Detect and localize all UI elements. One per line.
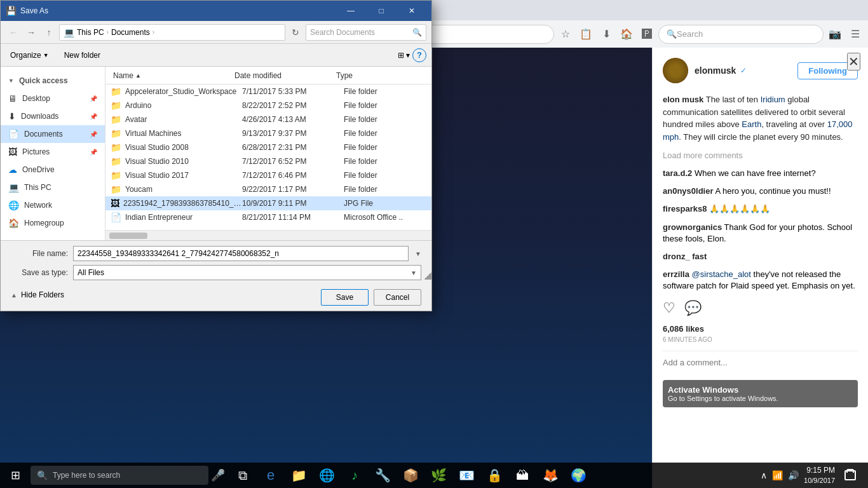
- taskbar-search-placeholder: Type here to search: [53, 471, 120, 480]
- instagram-icon[interactable]: 📷: [827, 27, 843, 42]
- sidebar-item-pictures[interactable]: 🖼 Pictures 📌: [1, 143, 105, 161]
- pocket-icon[interactable]: 🅿: [639, 27, 654, 42]
- taskbar-icon-9[interactable]: 📧: [454, 463, 479, 488]
- sidebar-item-documents[interactable]: 📄 Documents 📌: [1, 125, 105, 143]
- dialog-maximize-button[interactable]: □: [367, 1, 396, 21]
- filename-label: File name:: [11, 249, 68, 258]
- file-icon: 📁: [111, 86, 121, 97]
- search-icon: 🔍: [667, 29, 677, 39]
- browser-search-bar[interactable]: 🔍 Search: [658, 25, 824, 44]
- tray-up-arrow[interactable]: ∧: [761, 470, 767, 480]
- ig-comment-4: grownorganics Thank God for your photos.…: [663, 222, 858, 245]
- taskbar-icon-10[interactable]: 🔒: [482, 463, 507, 488]
- taskbar: ⊞ 🔍 Type here to search 🎤 ⧉ e 📁 🌐 ♪ 🔧 📦 …: [0, 463, 868, 488]
- sidebar-item-desktop[interactable]: 🖥 Desktop 📌: [1, 90, 105, 107]
- ig-load-more[interactable]: Load more comments: [663, 151, 858, 160]
- downloads-icon: ⬇: [8, 111, 16, 121]
- file-row[interactable]: 📁 Virtual Machines 9/13/2017 9:37 PM Fil…: [105, 126, 431, 140]
- help-button[interactable]: ?: [412, 48, 426, 62]
- dialog-minimize-button[interactable]: —: [336, 1, 365, 21]
- taskbar-clock[interactable]: 9:15 PM 10/9/2017: [804, 465, 835, 485]
- taskbar-edge-icon[interactable]: e: [258, 463, 283, 488]
- tray-volume-icon[interactable]: 🔊: [788, 470, 799, 480]
- taskbar-spotify-icon[interactable]: ♪: [342, 463, 367, 488]
- scroll-thumb[interactable]: [109, 233, 147, 239]
- sidebar-item-this-pc[interactable]: 💻 This PC: [1, 179, 105, 196]
- col-header-type[interactable]: Type: [334, 71, 416, 80]
- file-type: JPG File: [344, 199, 426, 208]
- taskbar-task-view[interactable]: ⧉: [230, 463, 255, 488]
- menu-icon[interactable]: ☰: [848, 27, 863, 42]
- taskbar-icon-11[interactable]: 🏔: [510, 463, 535, 488]
- file-list-scroll[interactable]: 📁 Appcelerator_Studio_Workspace 7/11/201…: [105, 85, 431, 230]
- new-folder-button[interactable]: New folder: [58, 47, 106, 64]
- saveas-dropdown[interactable]: All Files ▼: [73, 265, 421, 280]
- taskbar-icon-7[interactable]: 📦: [398, 463, 423, 488]
- sidebar-item-onedrive[interactable]: ☁ OneDrive: [1, 161, 105, 179]
- file-row[interactable]: 📁 Avatar 4/26/2017 4:13 AM File folder: [105, 112, 431, 126]
- filename-dropdown-arrow: ▼: [415, 250, 421, 257]
- dialog-close-button[interactable]: ✕: [397, 1, 426, 21]
- this-pc-icon: 💻: [8, 182, 19, 193]
- file-row[interactable]: 📄 Indian Entrepreneur 8/21/2017 11:14 PM…: [105, 210, 431, 224]
- file-row[interactable]: 🖼 22351942_1798393863785410_2191593310..…: [105, 196, 431, 210]
- taskbar-cortana-icon[interactable]: 🎤: [211, 468, 225, 482]
- download-icon[interactable]: ⬇: [599, 27, 614, 42]
- col-header-date[interactable]: Date modified: [232, 71, 334, 80]
- ig-user-header: elonmusk ✓ Following: [663, 58, 858, 83]
- tray-network-icon[interactable]: 📶: [772, 470, 783, 480]
- filename-input[interactable]: [73, 246, 409, 261]
- file-icon: 📁: [111, 170, 121, 180]
- sidebar-item-network[interactable]: 🌐 Network: [1, 196, 105, 214]
- bookmark-star-icon[interactable]: ☆: [558, 27, 573, 42]
- taskbar-icon-8[interactable]: 🌿: [426, 463, 451, 488]
- save-button[interactable]: Save: [321, 289, 369, 306]
- taskbar-icon-13[interactable]: 🌍: [566, 463, 591, 488]
- comment-icon[interactable]: 💬: [684, 300, 702, 316]
- sidebar-downloads-label: Downloads: [21, 112, 58, 121]
- reading-list-icon[interactable]: 📋: [578, 27, 593, 42]
- taskbar-search[interactable]: 🔍 Type here to search: [31, 466, 208, 485]
- start-button[interactable]: ⊞: [0, 463, 31, 488]
- cancel-button[interactable]: Cancel: [374, 289, 421, 306]
- taskbar-icon-6[interactable]: 🔧: [370, 463, 395, 488]
- resize-handle[interactable]: [424, 272, 431, 280]
- ig-link[interactable]: Iridium: [761, 95, 785, 104]
- search-placeholder-text: Search Documents: [310, 28, 375, 37]
- nav-back-button[interactable]: ←: [6, 25, 21, 40]
- organize-button[interactable]: Organize ▼: [6, 47, 53, 64]
- file-icon: 📁: [111, 142, 121, 152]
- ig-earth-link[interactable]: Earth: [742, 119, 761, 129]
- instagram-close-button[interactable]: ✕: [847, 53, 860, 71]
- file-row[interactable]: 📁 Appcelerator_Studio_Workspace 7/11/201…: [105, 85, 431, 98]
- file-icon: 📁: [111, 184, 121, 194]
- file-row[interactable]: 📁 Arduino 8/22/2017 2:52 PM File folder: [105, 98, 431, 112]
- horizontal-scrollbar[interactable]: [105, 230, 431, 240]
- file-row[interactable]: 📁 Visual Studio 2010 7/12/2017 6:52 PM F…: [105, 154, 431, 168]
- notification-icon: [844, 470, 856, 480]
- breadcrumb[interactable]: 💻 This PC › Documents ›: [59, 24, 285, 41]
- file-row[interactable]: 📁 Visual Studio 2008 6/28/2017 2:31 PM F…: [105, 140, 431, 154]
- file-date: 7/12/2017 6:46 PM: [242, 171, 344, 180]
- taskbar-chrome-icon[interactable]: 🌐: [314, 463, 339, 488]
- col-header-name[interactable]: Name ▲: [111, 71, 232, 80]
- taskbar-firefox-icon[interactable]: 🦊: [538, 463, 563, 488]
- home-icon[interactable]: 🏠: [619, 27, 634, 42]
- like-icon[interactable]: ♡: [663, 300, 675, 316]
- dialog-titlebar: 💾 Save As — □ ✕: [1, 1, 431, 21]
- view-toggle-button[interactable]: ⊞ ▾: [395, 47, 412, 64]
- sidebar-item-downloads[interactable]: ⬇ Downloads 📌: [1, 107, 105, 125]
- notification-button[interactable]: [840, 463, 860, 488]
- taskbar-explorer-icon[interactable]: 📁: [286, 463, 311, 488]
- ig-add-comment-input[interactable]: [663, 351, 858, 367]
- nav-up-button[interactable]: ↑: [41, 25, 57, 40]
- nav-forward-button[interactable]: →: [24, 25, 39, 40]
- hide-folders-row[interactable]: ▲ Hide Folders: [11, 288, 64, 302]
- sidebar-network-label: Network: [24, 201, 52, 210]
- sidebar-item-homegroup[interactable]: 🏠 Homegroup: [1, 214, 105, 232]
- refresh-dialog-button[interactable]: ↻: [288, 25, 303, 40]
- taskbar-time: 9:15 PM: [804, 465, 835, 476]
- file-row[interactable]: 📁 Visual Studio 2017 7/12/2017 6:46 PM F…: [105, 168, 431, 182]
- dialog-search-box[interactable]: Search Documents 🔍: [306, 24, 426, 41]
- file-row[interactable]: 📁 Youcam 9/22/2017 1:17 PM File folder: [105, 182, 431, 196]
